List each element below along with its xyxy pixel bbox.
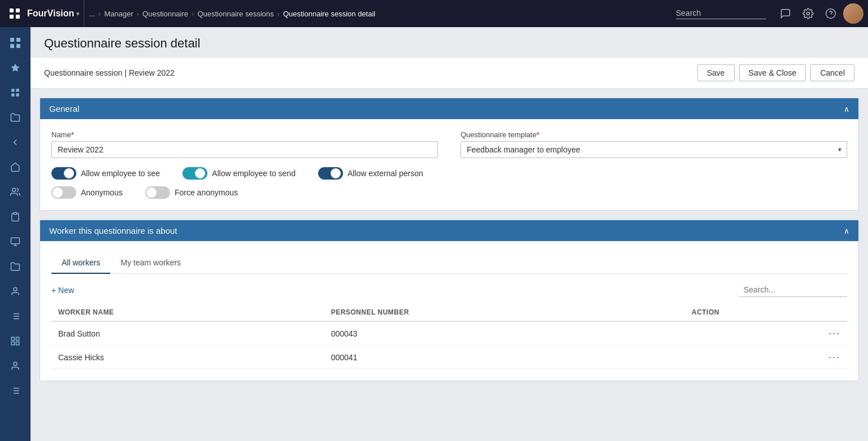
sidebar-item-grid3[interactable] <box>3 330 28 352</box>
brand-name: FourVision <box>27 8 74 19</box>
toggle-group-force-anonymous: Force anonymous <box>145 186 238 199</box>
sidebar-item-apps[interactable] <box>3 32 28 54</box>
action-cell: ··· <box>685 346 847 369</box>
questionnaire-template-select[interactable]: Feedback manager to employee <box>461 141 847 158</box>
action-dots-button[interactable]: ··· <box>828 351 840 363</box>
apps-menu-button[interactable] <box>5 3 25 24</box>
sidebar-item-grid2[interactable] <box>3 305 28 328</box>
cancel-button[interactable]: Cancel <box>810 64 854 81</box>
main-content: Questionnaire session detail Questionnai… <box>31 27 868 441</box>
allow-external-toggle[interactable] <box>318 167 343 180</box>
allow-external-knob <box>331 168 341 178</box>
tab-my-team-workers[interactable]: My team workers <box>110 252 191 274</box>
sidebar-item-back[interactable] <box>3 131 28 154</box>
toggles-row-2: Anonymous Force anonymous <box>51 186 847 199</box>
allow-employee-see-toggle[interactable] <box>51 167 76 180</box>
name-field-group: Name* <box>51 130 438 158</box>
sidebar-item-people[interactable] <box>3 181 28 203</box>
breadcrumb-sessions[interactable]: Questionnaire sessions <box>197 10 274 18</box>
worker-name-cell: Brad Sutton <box>51 321 324 346</box>
svg-rect-12 <box>16 89 19 91</box>
svg-rect-3 <box>16 15 20 19</box>
svg-rect-17 <box>11 238 20 244</box>
allow-employee-send-toggle[interactable] <box>183 167 207 180</box>
force-anonymous-toggle[interactable] <box>145 186 170 199</box>
worker-section-header[interactable]: Worker this questionnaire is about ∧ <box>40 220 858 241</box>
user-avatar[interactable] <box>843 3 863 24</box>
breadcrumb-ellipsis[interactable]: ... <box>89 10 95 18</box>
sidebar-item-dashboard[interactable] <box>3 81 28 104</box>
personnel-number-cell: 000041 <box>324 346 685 369</box>
general-section-header[interactable]: General ∧ <box>40 98 858 119</box>
worker-search-input[interactable] <box>739 283 847 297</box>
tab-all-workers[interactable]: All workers <box>51 252 110 274</box>
sidebar-item-list[interactable] <box>3 379 28 402</box>
brand-logo[interactable]: FourVision ▾ <box>25 0 84 27</box>
breadcrumb-current: Questionnaire session detail <box>283 10 375 18</box>
svg-point-5 <box>826 9 836 19</box>
sidebar-item-person2[interactable] <box>3 355 28 377</box>
force-anonymous-label: Force anonymous <box>175 188 238 197</box>
worker-tabs-bar: All workers My team workers <box>51 252 847 274</box>
breadcrumb-manager[interactable]: Manager <box>104 10 133 18</box>
session-bar: Questionnaire session | Review 2022 Save… <box>31 58 868 89</box>
table-row[interactable]: Cassie Hicks 000041 ··· <box>51 346 847 369</box>
worker-section-chevron-icon[interactable]: ∧ <box>844 226 849 235</box>
page-header: Questionnaire session detail <box>31 27 868 58</box>
sidebar-item-folder[interactable] <box>3 106 28 129</box>
svg-rect-1 <box>16 8 20 12</box>
toggles-row-1: Allow employee to see Allow employee to … <box>51 167 847 180</box>
general-section-chevron-icon[interactable]: ∧ <box>844 104 849 113</box>
svg-rect-27 <box>11 337 14 340</box>
save-button[interactable]: Save <box>697 64 735 81</box>
svg-rect-0 <box>10 8 14 12</box>
force-anonymous-knob <box>146 187 157 198</box>
sidebar-item-folder3[interactable] <box>3 255 28 278</box>
general-form-row: Name* Questionnaire template* Feedback m… <box>51 130 847 158</box>
questionnaire-template-field-group: Questionnaire template* Feedback manager… <box>461 130 847 158</box>
svg-rect-16 <box>14 213 17 215</box>
svg-point-20 <box>14 287 17 291</box>
general-section: General ∧ Name* Questionnaire <box>40 98 859 211</box>
general-section-title: General <box>49 104 79 113</box>
sidebar-item-favorites[interactable] <box>3 56 28 79</box>
worker-name-cell: Cassie Hicks <box>51 346 324 369</box>
questionnaire-template-select-wrapper: Feedback manager to employee ▾ <box>461 141 847 158</box>
name-input[interactable] <box>51 141 438 158</box>
svg-rect-11 <box>11 89 14 91</box>
allow-external-label: Allow external person <box>348 169 423 178</box>
top-navigation: FourVision ▾ ... › Manager › Questionnai… <box>0 0 868 27</box>
sidebar-item-badge[interactable] <box>3 230 28 253</box>
page-title: Questionnaire session detail <box>44 36 854 51</box>
help-icon-button[interactable] <box>821 3 841 24</box>
allow-employee-see-label: Allow employee to see <box>81 169 160 178</box>
search-input[interactable] <box>676 8 766 18</box>
svg-rect-9 <box>10 44 14 48</box>
sidebar-item-clipboard[interactable] <box>3 206 28 228</box>
anonymous-toggle[interactable] <box>51 186 76 199</box>
session-label: Questionnaire session | Review 2022 <box>44 68 175 77</box>
save-close-button[interactable]: Save & Close <box>739 64 806 81</box>
breadcrumb-questionnaire[interactable]: Questionnaire <box>142 10 188 18</box>
session-actions: Save Save & Close Cancel <box>697 64 854 81</box>
toggle-group-allow-employee-send: Allow employee to send <box>183 167 296 180</box>
worker-section-body: All workers My team workers + New WORKER… <box>40 241 858 381</box>
toggle-group-allow-employee-see: Allow employee to see <box>51 167 160 180</box>
sidebar-item-person[interactable] <box>3 280 28 303</box>
svg-point-31 <box>14 362 17 365</box>
action-dots-button[interactable]: ··· <box>828 328 840 339</box>
svg-rect-29 <box>11 342 14 345</box>
sidebar-item-folder2[interactable] <box>3 156 28 178</box>
search-box[interactable] <box>676 8 766 19</box>
settings-icon-button[interactable] <box>798 3 818 24</box>
message-icon-button[interactable] <box>775 3 796 24</box>
table-row[interactable]: Brad Sutton 000043 ··· <box>51 321 847 346</box>
new-worker-button[interactable]: + New <box>51 286 74 295</box>
col-personnel-number: PERSONNEL NUMBER <box>324 304 685 321</box>
svg-rect-14 <box>16 94 19 97</box>
action-cell: ··· <box>685 321 847 346</box>
svg-point-4 <box>807 12 810 15</box>
nav-icons-group <box>775 3 863 24</box>
content-area: General ∧ Name* Questionnaire <box>31 98 868 399</box>
worker-table-toolbar: + New <box>51 281 847 299</box>
